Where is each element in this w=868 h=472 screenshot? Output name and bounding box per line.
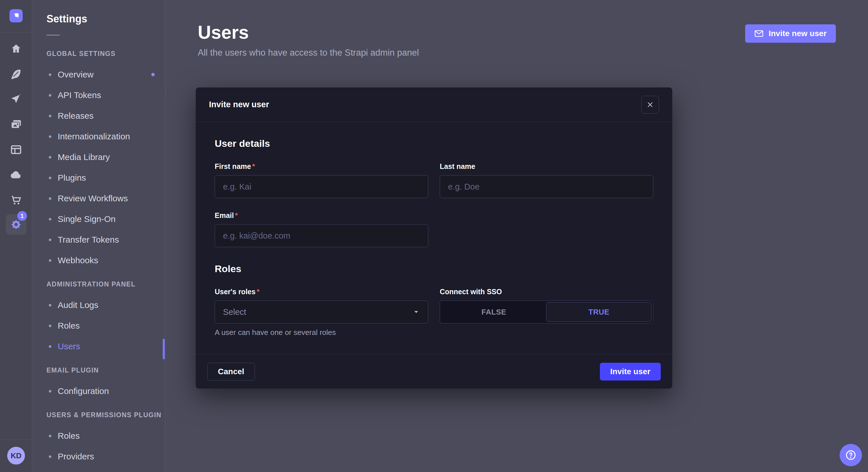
sidebar-scrollbar[interactable]: [163, 339, 165, 359]
notification-dot: [151, 73, 155, 76]
select-placeholder: Select: [223, 307, 246, 317]
nav-section: GLOBAL SETTINGSOverviewAPI TokensRelease…: [32, 43, 165, 271]
last-name-input[interactable]: [440, 175, 653, 198]
sidebar-item-label: Review Workflows: [58, 194, 128, 203]
media-images-icon[interactable]: [10, 119, 22, 130]
nav-section: EMAIL PLUGINConfiguration: [32, 360, 165, 401]
invite-new-user-label: Invite new user: [769, 29, 827, 38]
sidebar-item-roles[interactable]: Roles: [32, 315, 165, 336]
bullet-icon: [49, 456, 51, 458]
users-roles-field: User's roles* Select A user can have one…: [215, 288, 428, 337]
users-roles-hint: A user can have one or several roles: [215, 328, 428, 337]
bullet-icon: [49, 94, 51, 97]
sidebar-item-users[interactable]: Users: [32, 336, 165, 357]
last-name-field: Last name: [440, 162, 653, 198]
icon-rail: 1 KD: [0, 0, 32, 472]
layout-icon[interactable]: [10, 144, 22, 156]
close-button[interactable]: [641, 96, 659, 113]
strapi-logo[interactable]: [9, 9, 23, 22]
sidebar-item-webhooks[interactable]: Webhooks: [32, 250, 165, 271]
users-roles-select[interactable]: Select: [215, 301, 428, 324]
content-feather-icon[interactable]: [10, 68, 22, 80]
bullet-icon: [49, 390, 51, 393]
nav-section: USERS & PERMISSIONS PLUGINRolesProviders: [32, 404, 165, 467]
sidebar-item-label: Webhooks: [58, 256, 98, 265]
roles-heading: Roles: [215, 263, 653, 274]
last-name-label: Last name: [440, 162, 653, 171]
settings-notification-badge: 1: [17, 211, 27, 221]
bullet-icon: [49, 435, 51, 437]
sidebar-item-label: Overview: [58, 70, 94, 79]
invite-new-user-button[interactable]: Invite new user: [745, 24, 836, 43]
title-underline: [46, 35, 60, 36]
modal-title: Invite new user: [209, 100, 269, 109]
nav-section-label: EMAIL PLUGIN: [32, 360, 165, 381]
modal-body: User details First name* Last name Email…: [196, 138, 672, 337]
bullet-icon: [49, 259, 51, 262]
sidebar-item-label: Roles: [58, 431, 80, 441]
sidebar-item-single-sign-on[interactable]: Single Sign-On: [32, 209, 165, 229]
cancel-button[interactable]: Cancel: [207, 363, 255, 380]
email-field: Email*: [215, 211, 428, 247]
sidebar-item-configuration[interactable]: Configuration: [32, 381, 165, 401]
sidebar-item-media-library[interactable]: Media Library: [32, 147, 165, 167]
sidebar-item-label: Internationalization: [58, 132, 130, 141]
close-icon: [646, 101, 654, 109]
sidebar-item-label: Plugins: [58, 173, 86, 183]
bullet-icon: [49, 239, 51, 241]
rail-icon-list: [0, 43, 32, 206]
bullet-icon: [49, 345, 51, 348]
user-avatar[interactable]: KD: [7, 447, 25, 465]
sidebar-item-api-tokens[interactable]: API Tokens: [32, 85, 165, 105]
nav-section-label: USERS & PERMISSIONS PLUGIN: [32, 404, 165, 426]
sidebar-nav: GLOBAL SETTINGSOverviewAPI TokensRelease…: [32, 43, 165, 467]
sso-field: Connect with SSO FALSE TRUE: [440, 288, 653, 337]
email-input[interactable]: [215, 224, 428, 247]
invite-user-submit-button[interactable]: Invite user: [600, 363, 661, 380]
required-asterisk: *: [252, 162, 255, 170]
marketplace-cart-icon[interactable]: [10, 194, 22, 206]
sidebar-item-label: Audit Logs: [58, 300, 98, 310]
invite-user-modal: Invite new user User details First name*…: [196, 88, 672, 389]
rail-divider-bottom: [0, 440, 32, 440]
home-icon[interactable]: [10, 43, 22, 55]
bullet-icon: [49, 156, 51, 159]
nav-section-label: GLOBAL SETTINGS: [32, 43, 165, 64]
sso-toggle-false[interactable]: FALSE: [441, 302, 546, 322]
sidebar-item-releases[interactable]: Releases: [32, 105, 165, 126]
sidebar-item-plugins[interactable]: Plugins: [32, 167, 165, 188]
gear-icon: [10, 219, 22, 230]
sidebar-item-label: Releases: [58, 111, 94, 121]
sidebar-item-review-workflows[interactable]: Review Workflows: [32, 188, 165, 209]
email-label: Email*: [215, 211, 428, 220]
sidebar-item-audit-logs[interactable]: Audit Logs: [32, 295, 165, 315]
sidebar-item-label: Transfer Tokens: [58, 235, 119, 245]
send-icon[interactable]: [10, 94, 22, 105]
sidebar-item-providers[interactable]: Providers: [32, 446, 165, 467]
user-details-heading: User details: [215, 138, 653, 149]
envelope-icon: [754, 29, 764, 38]
first-name-input[interactable]: [215, 175, 428, 198]
sidebar-item-internationalization[interactable]: Internationalization: [32, 126, 165, 147]
rail-divider: [0, 32, 32, 32]
first-name-label: First name*: [215, 162, 428, 171]
sidebar-item-roles[interactable]: Roles: [32, 426, 165, 446]
sso-toggle-true[interactable]: TRUE: [546, 302, 652, 322]
sidebar-item-label: Media Library: [58, 152, 110, 162]
sidebar-title: Settings: [46, 13, 87, 25]
question-mark-icon: [845, 449, 857, 461]
cloud-icon[interactable]: [10, 169, 22, 181]
sidebar-item-transfer-tokens[interactable]: Transfer Tokens: [32, 229, 165, 250]
sidebar-item-label: Users: [58, 341, 80, 351]
sidebar-item-label: Roles: [58, 321, 80, 331]
sidebar-item-label: Configuration: [58, 386, 109, 396]
bullet-icon: [49, 218, 51, 221]
bullet-icon: [49, 135, 51, 138]
help-button[interactable]: [840, 444, 862, 466]
bullet-icon: [49, 304, 51, 307]
sidebar-item-overview[interactable]: Overview: [32, 64, 165, 85]
modal-footer: Cancel Invite user: [196, 354, 672, 389]
first-name-field: First name*: [215, 162, 428, 198]
nav-section-label: ADMINISTRATION PANEL: [32, 274, 165, 295]
bullet-icon: [49, 115, 51, 117]
